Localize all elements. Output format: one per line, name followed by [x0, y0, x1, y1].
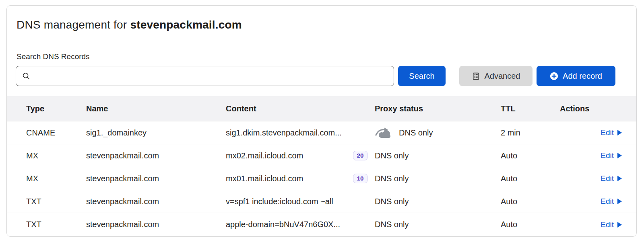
table-row: MX stevenpackmail.com mx02.mail.icloud.c…	[7, 144, 636, 167]
record-content-cell: apple-domain=bNuV47n6G0X...	[226, 220, 375, 229]
header-content: Content	[226, 104, 375, 113]
record-name: stevenpackmail.com	[86, 151, 226, 160]
edit-arrow-icon	[617, 199, 622, 204]
dns-management-card: DNS management for stevenpackmail.com Se…	[6, 5, 637, 237]
search-icon	[22, 72, 31, 80]
table-row: TXT stevenpackmail.com v=spf1 include:ic…	[7, 190, 636, 213]
edit-link-label: Edit	[601, 151, 614, 160]
search-input[interactable]	[35, 66, 388, 86]
proxy-status-cell: DNS only	[375, 174, 501, 183]
table-row: TXT stevenpackmail.com apple-domain=bNuV…	[7, 213, 636, 236]
record-content: apple-domain=bNuV47n6G0X...	[226, 220, 340, 229]
priority-badge: 20	[353, 151, 367, 161]
record-content-cell: v=spf1 include:icloud.com ~all	[226, 197, 375, 206]
record-content: mx01.mail.icloud.com	[226, 174, 303, 183]
edit-link-label: Edit	[601, 220, 614, 229]
ttl-value: Auto	[501, 220, 560, 229]
record-type: TXT	[7, 197, 86, 206]
record-content: v=spf1 include:icloud.com ~all	[226, 197, 333, 206]
table-row: MX stevenpackmail.com mx01.mail.icloud.c…	[7, 167, 636, 190]
edit-arrow-icon	[617, 153, 622, 158]
edit-link[interactable]: Edit	[601, 220, 622, 229]
proxy-status-cell: DNS only	[375, 197, 501, 206]
search-input-wrapper	[16, 66, 394, 86]
list-document-icon	[472, 72, 480, 80]
record-content: sig1.dkim.stevenpackmail.com...	[226, 128, 342, 137]
ttl-value: Auto	[501, 174, 560, 183]
dns-records-table: Type Name Content Proxy status TTL Actio…	[7, 96, 636, 236]
record-name: stevenpackmail.com	[86, 174, 226, 183]
edit-link-label: Edit	[601, 128, 614, 137]
edit-link-label: Edit	[601, 197, 614, 206]
record-name: sig1._domainkey	[86, 128, 226, 137]
proxy-status-text: DNS only	[375, 220, 409, 229]
priority-badge: 10	[353, 174, 367, 184]
record-content-cell: mx02.mail.icloud.com 20	[226, 151, 375, 161]
edit-arrow-icon	[617, 130, 622, 135]
proxy-status-text: DNS only	[375, 151, 409, 160]
edit-arrow-icon	[617, 176, 622, 181]
search-controls: Search Advanced	[16, 66, 615, 86]
header-name: Name	[86, 104, 226, 113]
proxy-status-cell: DNS only	[375, 220, 501, 229]
proxy-status-cell: DNS only	[375, 151, 501, 160]
proxy-status-cell: DNS only	[375, 127, 501, 138]
header-ttl: TTL	[501, 104, 560, 113]
record-type: MX	[7, 174, 86, 183]
advanced-button-label: Advanced	[485, 72, 520, 81]
edit-link[interactable]: Edit	[601, 197, 622, 206]
proxy-status-text: DNS only	[375, 197, 409, 206]
advanced-button[interactable]: Advanced	[459, 66, 533, 86]
ttl-value: Auto	[501, 197, 560, 206]
search-button[interactable]: Search	[398, 66, 446, 86]
record-content-cell: mx01.mail.icloud.com 10	[226, 174, 375, 184]
record-type: MX	[7, 151, 86, 160]
actions-cell: Edit	[560, 128, 636, 137]
edit-link[interactable]: Edit	[601, 174, 622, 183]
proxy-status-text: DNS only	[399, 128, 433, 137]
page-title: DNS management for stevenpackmail.com	[7, 6, 636, 31]
record-name: stevenpackmail.com	[86, 197, 226, 206]
record-type: CNAME	[7, 128, 86, 137]
add-record-button[interactable]: Add record	[537, 66, 615, 86]
domain-name: stevenpackmail.com	[130, 18, 242, 31]
edit-link[interactable]: Edit	[601, 151, 622, 160]
dns-only-cloud-icon	[375, 127, 393, 138]
table-header-row: Type Name Content Proxy status TTL Actio…	[7, 96, 636, 121]
record-content-cell: sig1.dkim.stevenpackmail.com...	[226, 128, 375, 137]
proxy-status-text: DNS only	[375, 174, 409, 183]
actions-cell: Edit	[560, 197, 636, 206]
table-row: CNAME sig1._domainkey sig1.dkim.stevenpa…	[7, 121, 636, 144]
header-type: Type	[7, 104, 86, 113]
table-body: CNAME sig1._domainkey sig1.dkim.stevenpa…	[7, 121, 636, 236]
search-label: Search DNS Records	[17, 52, 636, 61]
actions-cell: Edit	[560, 151, 636, 160]
plus-circle-icon	[550, 72, 558, 80]
edit-link-label: Edit	[601, 174, 614, 183]
edit-link[interactable]: Edit	[601, 128, 622, 137]
record-content: mx02.mail.icloud.com	[226, 151, 303, 160]
ttl-value: 2 min	[501, 128, 560, 137]
record-name: stevenpackmail.com	[86, 220, 226, 229]
actions-cell: Edit	[560, 174, 636, 183]
actions-cell: Edit	[560, 220, 636, 229]
page-title-prefix: DNS management for	[17, 18, 130, 31]
ttl-value: Auto	[501, 151, 560, 160]
header-proxy-status: Proxy status	[375, 104, 501, 113]
record-type: TXT	[7, 220, 86, 229]
header-actions: Actions	[560, 104, 636, 113]
add-record-button-label: Add record	[563, 72, 602, 81]
edit-arrow-icon	[617, 222, 622, 228]
